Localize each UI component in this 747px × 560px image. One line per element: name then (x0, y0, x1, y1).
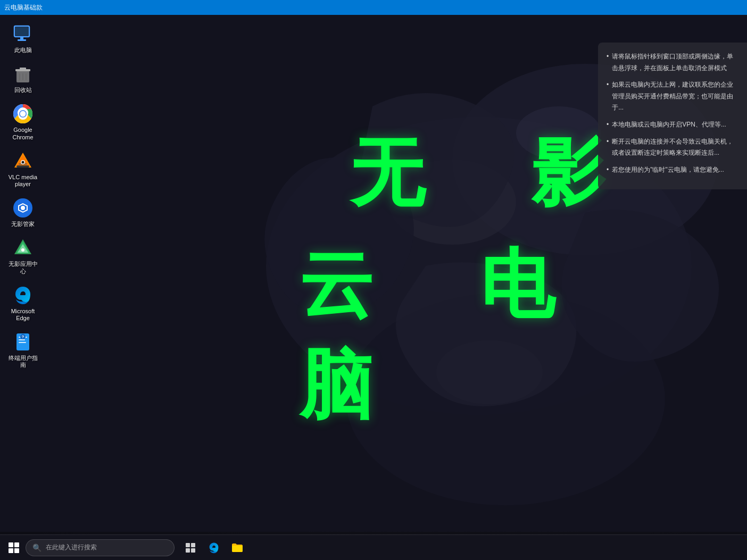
recycle-bin-label: 回收站 (14, 87, 32, 94)
guide-icon: ? (12, 331, 34, 353)
taskbar-edge-icon (208, 541, 220, 554)
chrome-icon (12, 103, 34, 124)
svg-rect-37 (186, 548, 190, 553)
svg-rect-32 (19, 342, 26, 343)
start-button[interactable] (4, 538, 23, 557)
info-item-3: 本地电脑或云电脑内开启VPN、代理等... (607, 119, 738, 131)
vlc-icon (12, 151, 34, 172)
wuying-manager-label: 无影管家 (11, 221, 35, 228)
vlc-label: VLC media player (6, 174, 39, 188)
edge-label: Microsoft Edge (6, 308, 39, 322)
svg-point-5 (516, 106, 601, 160)
svg-rect-9 (20, 37, 23, 39)
info-item-4: 断开云电脑的连接并不会导致云电脑关机，或者设置断连定时策略来实现断连后... (607, 136, 738, 159)
desktop-icon-this-pc[interactable]: 此电脑 (4, 21, 42, 56)
svg-rect-31 (19, 339, 25, 340)
taskbar: 🔍 在此键入进行搜索 (0, 534, 747, 560)
svg-text:?: ? (22, 335, 24, 339)
info-item-2: 如果云电脑内无法上网，建议联系您的企业管理员购买开通付费精品带宽；也可能是由于.… (607, 79, 738, 114)
svg-rect-8 (15, 27, 28, 36)
svg-rect-22 (16, 165, 29, 168)
desktop-icon-wuying-manager[interactable]: 无影管家 (4, 195, 42, 230)
task-view-icon (185, 542, 196, 554)
main-text-line1: 无 影 (350, 123, 621, 224)
svg-point-27 (21, 206, 25, 210)
search-icon: 🔍 (32, 544, 42, 552)
taskbar-explorer-button[interactable] (228, 538, 247, 557)
svg-rect-10 (18, 39, 26, 41)
svg-point-25 (22, 161, 24, 163)
desktop-icons: 此电脑 回收站 (4, 21, 42, 371)
pc-icon (12, 23, 34, 45)
taskbar-explorer-icon (231, 541, 244, 554)
desktop-icon-google-chrome[interactable]: Google Chrome (4, 101, 42, 143)
desktop-icon-vlc[interactable]: VLC media player (4, 148, 42, 190)
taskbar-pinned-icons (181, 538, 247, 557)
svg-point-19 (20, 111, 26, 117)
desktop-icon-app-center[interactable]: 无影应用中心 (4, 235, 42, 277)
app-center-icon (12, 237, 34, 258)
titlebar: 云电脑基础款 (0, 0, 747, 15)
svg-rect-36 (191, 543, 195, 547)
desktop-icon-user-guide[interactable]: ? 终端用户指南 (4, 329, 42, 371)
desktop: 云电脑基础款 (0, 0, 747, 560)
wuying-icon (12, 197, 34, 219)
svg-rect-38 (191, 548, 195, 553)
svg-rect-13 (20, 68, 26, 70)
search-bar[interactable]: 🔍 在此键入进行搜索 (26, 539, 175, 556)
titlebar-text: 云电脑基础款 (4, 3, 43, 12)
edge-icon (12, 285, 34, 306)
info-panel: 请将鼠标指针移到窗口顶部或两侧边缘，单击悬浮球，并在面板上单击取消全屏模式 如果… (598, 43, 747, 189)
app-center-label: 无影应用中心 (6, 261, 39, 274)
windows-logo-icon (9, 542, 19, 553)
svg-rect-35 (186, 543, 190, 547)
chrome-label: Google Chrome (6, 127, 39, 140)
info-item-5: 若您使用的为"临时"云电脑，请您避免... (607, 164, 738, 176)
info-list: 请将鼠标指针移到窗口顶部或两侧边缘，单击悬浮球，并在面板上单击取消全屏模式 如果… (607, 51, 738, 175)
desktop-icon-microsoft-edge[interactable]: Microsoft Edge (4, 282, 42, 324)
svg-point-28 (21, 248, 24, 252)
svg-point-4 (388, 160, 516, 245)
this-pc-label: 此电脑 (14, 47, 32, 54)
svg-point-6 (436, 340, 543, 404)
search-placeholder: 在此键入进行搜索 (46, 543, 97, 552)
desktop-icon-recycle-bin[interactable]: 回收站 (4, 61, 42, 96)
task-view-button[interactable] (181, 538, 200, 557)
info-item-1: 请将鼠标指针移到窗口顶部或两侧边缘，单击悬浮球，并在面板上单击取消全屏模式 (607, 51, 738, 74)
taskbar-edge-button[interactable] (204, 538, 223, 557)
guide-label: 终端用户指南 (6, 355, 39, 369)
main-text-line2: 云 电 脑 (299, 235, 673, 437)
recycle-icon (12, 63, 34, 85)
svg-point-3 (346, 292, 665, 505)
